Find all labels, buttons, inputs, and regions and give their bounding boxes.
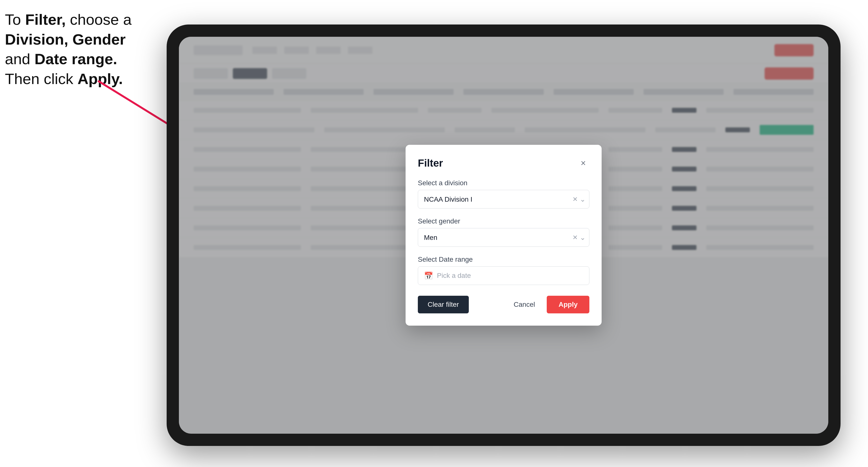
- instruction-line1: To Filter, choose a: [5, 11, 132, 28]
- apply-keyword: Apply.: [78, 70, 123, 87]
- tablet-screen: Filter × Select a division NCAA Division…: [179, 37, 828, 434]
- gender-clear-icon[interactable]: ✕: [572, 234, 578, 241]
- calendar-icon: 📅: [424, 272, 433, 280]
- gender-form-group: Select gender Men ✕ ⌄: [418, 217, 589, 247]
- cancel-button[interactable]: Cancel: [508, 296, 541, 313]
- date-range-keyword: Date range.: [35, 51, 117, 67]
- division-select-icons: ✕ ⌄: [572, 195, 585, 204]
- gender-select-wrapper: Men ✕ ⌄: [418, 228, 589, 247]
- modal-title: Filter: [418, 157, 443, 169]
- modal-header: Filter ×: [418, 157, 589, 169]
- filter-modal: Filter × Select a division NCAA Division…: [406, 145, 601, 325]
- division-label: Select a division: [418, 179, 589, 187]
- gender-chevron-icon: ⌄: [580, 234, 585, 242]
- division-select-wrapper: NCAA Division I ✕ ⌄: [418, 190, 589, 209]
- modal-footer: Clear filter Cancel Apply: [418, 296, 589, 313]
- modal-footer-right: Cancel Apply: [508, 296, 589, 313]
- filter-keyword: Filter,: [25, 11, 66, 28]
- gender-label: Select gender: [418, 217, 589, 225]
- instruction-then-click: Then click Apply.: [5, 70, 123, 87]
- tablet-frame: Filter × Select a division NCAA Division…: [167, 25, 841, 446]
- division-clear-icon[interactable]: ✕: [572, 195, 578, 203]
- division-chevron-icon: ⌄: [580, 195, 585, 204]
- date-range-form-group: Select Date range 📅 Pick a date: [418, 255, 589, 285]
- date-placeholder: Pick a date: [437, 272, 471, 280]
- division-form-group: Select a division NCAA Division I ✕ ⌄: [418, 179, 589, 209]
- modal-overlay: Filter × Select a division NCAA Division…: [179, 37, 828, 434]
- modal-close-button[interactable]: ×: [577, 157, 589, 169]
- instruction-bold-line: Division, Gender: [5, 31, 126, 48]
- instruction-text: To Filter, choose a Division, Gender and…: [5, 10, 147, 89]
- instruction-and-date: and Date range.: [5, 51, 117, 67]
- division-select[interactable]: NCAA Division I: [418, 190, 589, 209]
- date-range-label: Select Date range: [418, 255, 589, 263]
- gender-select[interactable]: Men: [418, 228, 589, 247]
- clear-filter-button[interactable]: Clear filter: [418, 296, 469, 313]
- gender-select-icons: ✕ ⌄: [572, 234, 585, 242]
- apply-button[interactable]: Apply: [547, 296, 589, 313]
- date-range-input[interactable]: 📅 Pick a date: [418, 266, 589, 285]
